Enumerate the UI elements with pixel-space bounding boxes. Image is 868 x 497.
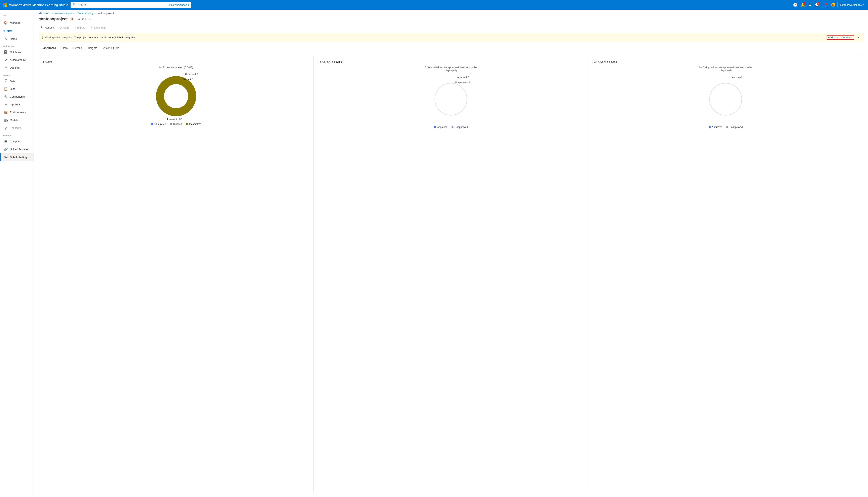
dashboard-content: Overall 0 / 32 assets labeled (0.00%) [34, 52, 868, 497]
home-icon: ⌂ [4, 37, 8, 41]
svg-rect-3 [5, 5, 7, 7]
sidebar-item-jobs[interactable]: 📋 Jobs [0, 85, 33, 93]
start-icon: ▷ [60, 26, 62, 29]
skipped-assets-donut-chart: Approved: [704, 77, 748, 121]
jobs-icon: 📋 [4, 87, 8, 91]
sidebar-item-models[interactable]: 🤖 Models [0, 116, 33, 124]
tab-insights[interactable]: Insights [85, 44, 100, 52]
chevron-down-icon: ▾ [188, 3, 189, 6]
user-icon: 😊 [831, 3, 836, 7]
brand-logo: Microsoft Azure Machine Learning Studio [2, 2, 68, 7]
breadcrumb-microsoft[interactable]: Microsoft [39, 12, 49, 15]
overall-chart-subtitle: 0 / 32 assets labeled (0.00%) [159, 66, 193, 69]
breadcrumb-current: contosoproject [97, 12, 114, 15]
automl-icon: ⚗ [4, 58, 8, 62]
sidebar-item-environments[interactable]: 📦 Environments [0, 109, 33, 116]
favorite-star-icon[interactable]: ☆ [88, 17, 91, 21]
sidebar-item-components[interactable]: 🔧 Components [0, 93, 33, 101]
settings-btn[interactable]: ⚙ [807, 1, 813, 8]
workspace-selector[interactable]: contosoworkspace ▾ [838, 3, 866, 7]
svg-rect-0 [3, 3, 5, 5]
breadcrumb-sep-2: › [75, 12, 76, 15]
approved-annotation: Approved: 0 [451, 75, 469, 79]
legend-skipped-dot [170, 123, 172, 125]
models-icon: 🤖 [4, 118, 8, 122]
breadcrumb-data-labeling[interactable]: Data Labeling [78, 12, 94, 15]
legend-approved: Approved [434, 126, 447, 129]
overall-chart-card: Overall 0 / 32 assets labeled (0.00%) [39, 56, 314, 493]
alert-close-button[interactable]: ∨ [856, 36, 860, 39]
legend-skipped-unapproved: Unapproved [726, 126, 743, 129]
legend-approved-dot [434, 126, 436, 128]
sidebar: ☰ 🏠 Microsoft + New ⌂ Home Authoring 📓 N… [0, 10, 34, 497]
sidebar-item-data[interactable]: 🗄 Data [0, 77, 33, 85]
legend-unapproved: Unapproved [452, 126, 468, 129]
help-icon: ❓ [823, 3, 828, 7]
sidebar-item-data-labeling[interactable]: 🏷 Data Labeling [0, 153, 33, 161]
plus-icon: + [3, 29, 5, 33]
alert-bar: ℹ Missing label categories: The project … [39, 33, 863, 42]
export-button[interactable]: ↑ Export [72, 25, 87, 30]
tab-vision-studio[interactable]: Vision Studio [100, 44, 122, 52]
content-area: Microsoft › contosoworkspace › Data Labe… [34, 10, 868, 497]
legend-unapproved-dot [452, 126, 454, 128]
page-title: contosoproject [39, 17, 68, 21]
linked-services-icon: 🔗 [4, 147, 8, 151]
start-button[interactable]: ▷ Start [57, 25, 71, 30]
legend-incomplete: Incomplete [186, 123, 201, 126]
help-btn[interactable]: ❓ [822, 1, 829, 8]
chevron-down-icon-user: ▾ [863, 3, 864, 6]
search-bar[interactable]: 🔍 This workspace ▾ [71, 2, 191, 8]
sidebar-item-new[interactable]: + New [0, 27, 33, 35]
overall-chart-title: Overall [43, 60, 309, 64]
charts-row: Overall 0 / 32 assets labeled (0.00%) [39, 56, 863, 493]
endpoints-icon: ◎ [4, 126, 8, 130]
toolbar: ↻ Refresh ▷ Start ↑ Export ✎ Label data [34, 24, 868, 33]
hamburger-btn[interactable]: ☰ [0, 10, 33, 19]
tab-data[interactable]: Data [59, 44, 71, 52]
overall-donut-chart: Completed: 0 Skipped: 0 Incomplete: 32 [154, 74, 198, 118]
components-icon: 🔧 [4, 95, 8, 99]
sidebar-item-designer[interactable]: ✏ Designer [0, 64, 33, 72]
completed-annotation: Completed: 0 [178, 72, 198, 76]
tab-details[interactable]: Details [71, 44, 85, 52]
skipped-approved-annotation: Approved: [726, 75, 742, 79]
sidebar-item-automated-ml[interactable]: ⚗ Automated ML [0, 56, 33, 64]
add-label-categories-link[interactable]: Add label categories. [827, 35, 854, 40]
notifications-btn[interactable]: 🔔 23 [799, 1, 806, 8]
sidebar-item-linked-services[interactable]: 🔗 Linked Services [0, 145, 33, 153]
sidebar-item-compute[interactable]: 💻 Compute [0, 138, 33, 145]
labeled-assets-chart-title: Labeled assets [318, 60, 584, 64]
microsoft-icon: 🏠 [4, 21, 8, 25]
main-layout: ☰ 🏠 Microsoft + New ⌂ Home Authoring 📓 N… [0, 10, 868, 497]
clock-icon: 🕐 [793, 3, 797, 7]
manage-section-label: Manage [0, 132, 33, 138]
skipped-assets-donut-svg [704, 77, 748, 121]
legend-skipped-approved: Approved [709, 126, 722, 129]
breadcrumb-workspace[interactable]: contosoworkspace [53, 12, 74, 15]
feedback-btn[interactable]: 💬 14 [814, 1, 821, 8]
sidebar-item-pipelines[interactable]: ⤷ Pipelines [0, 101, 33, 109]
legend-skipped-unapproved-dot [726, 126, 728, 128]
search-scope-selector[interactable]: This workspace ▾ [167, 3, 189, 6]
label-data-button[interactable]: ✎ Label data [88, 25, 109, 30]
label-data-icon: ✎ [90, 26, 93, 29]
skipped-annotation: Skipped: 0 [183, 78, 193, 81]
breadcrumb-sep-1: › [51, 12, 51, 15]
svg-point-5 [160, 80, 192, 112]
clock-icon-btn[interactable]: 🕐 [792, 1, 799, 8]
refresh-icon: ↻ [41, 26, 44, 29]
compute-icon: 💻 [4, 140, 8, 143]
sidebar-item-endpoints[interactable]: ◎ Endpoints [0, 124, 33, 132]
status-badge-icon: ⏸ [70, 17, 74, 21]
tabs-bar: Dashboard Data Details Insights Vision S… [34, 44, 868, 52]
legend-incomplete-dot [186, 123, 188, 125]
account-btn[interactable]: 😊 [830, 1, 837, 8]
sidebar-item-microsoft[interactable]: 🏠 Microsoft [0, 19, 33, 27]
search-input[interactable] [78, 3, 165, 6]
tab-dashboard[interactable]: Dashboard [39, 44, 59, 52]
refresh-button[interactable]: ↻ Refresh [39, 25, 56, 30]
notebook-icon: 📓 [4, 50, 8, 54]
sidebar-item-notebooks[interactable]: 📓 Notebooks [0, 48, 33, 56]
sidebar-item-home[interactable]: ⌂ Home [0, 35, 33, 43]
